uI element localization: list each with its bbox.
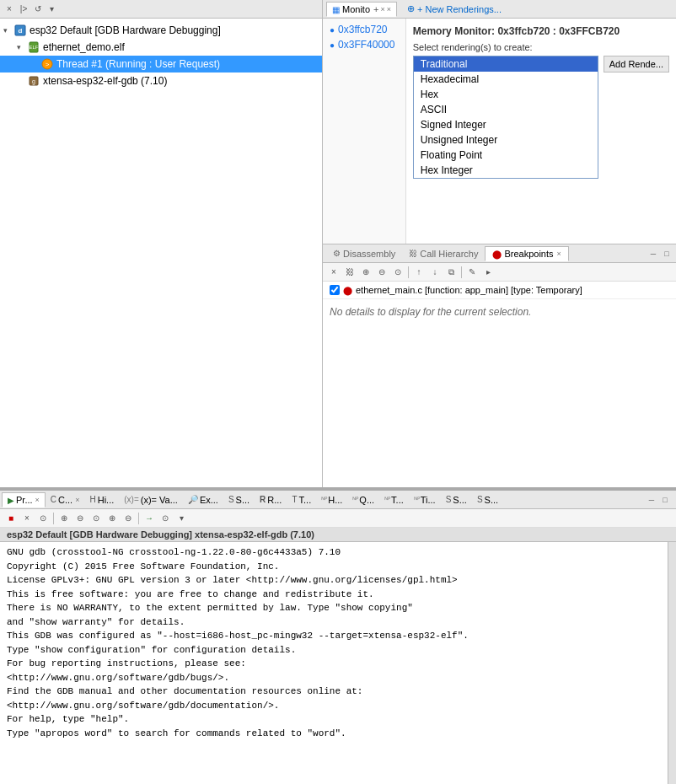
h2-label: H... [328,495,342,505]
r-icon: R [260,495,266,504]
console-tab-ex[interactable]: 🔎 Ex... [183,493,223,507]
t2-label: T... [391,495,404,505]
console-tab-pr[interactable]: ▶ Pr... × [2,492,46,507]
refresh-button[interactable]: ↺ [32,3,44,15]
ti-prefix: ᴺᴾ [414,496,420,504]
c-close[interactable]: × [75,496,79,504]
close-button[interactable]: × [3,3,15,15]
console-minimize-btn[interactable]: ─ [646,494,657,506]
console-add2-btn[interactable]: ⊕ [56,512,72,525]
add-rendering-button[interactable]: Add Rende... [604,56,669,72]
rendering-option-3[interactable]: ASCII [414,102,598,117]
console-plus3-btn[interactable]: ⊕ [105,512,120,525]
console-toolbar: ■ × ⊙ ⊕ ⊖ ⊙ ⊕ ⊖ → ⊙ ▾ [0,509,676,528]
console-sub3-btn[interactable]: ⊖ [121,512,136,525]
memory-add-icon[interactable]: + [373,4,378,14]
console-circle2-btn[interactable]: ⊙ [89,512,104,525]
console-tab-q[interactable]: ᴺᴾ Q... [347,493,379,507]
rendering-option-0[interactable]: Traditional [414,56,598,72]
s3-icon: S [477,495,483,504]
bp-toolbar-sep2 [461,266,462,278]
tree-item-gdb[interactable]: g xtensa-esp32-elf-gdb (7.10) [0,72,322,89]
memory-tab-close2[interactable]: × [387,5,391,13]
memory-address-2: 0x3FF40000 [338,39,394,51]
bp-play-btn[interactable]: ▸ [480,266,496,279]
rendering-option-2[interactable]: Hex [414,87,598,102]
tree-item-elf[interactable]: ▾ ELF ethernet_demo.elf [0,39,322,56]
rendering-option-4[interactable]: Signed Integer [414,117,598,132]
bp-edit-btn[interactable]: ✎ [464,266,480,279]
select-label: Select rendering(s) to create: [413,42,669,52]
console-stop-btn[interactable]: ■ [3,512,19,525]
s2-label: S... [453,495,467,505]
pr-close[interactable]: × [35,496,40,504]
tree-item-thread[interactable]: > Thread #1 (Running : User Request) [0,56,322,72]
memory-entry-2[interactable]: ● 0x3FF40000 [323,37,405,52]
breakpoints-icon: ⬤ [492,250,502,259]
bp-sub-btn[interactable]: ⊖ [374,266,389,279]
bp-remove-btn[interactable]: × [326,266,341,279]
console-tab-s1[interactable]: S S... [223,493,255,507]
rendering-option-1[interactable]: Hexadecimal [414,72,598,87]
rendering-option-5[interactable]: Unsigned Integer [414,132,598,148]
bottom-right-tab-bar: ⚙ Disassembly ⛓ Call Hierarchy ⬤ Breakpo… [323,244,676,263]
breakpoint-checkbox[interactable] [330,285,340,295]
console-tab-s2[interactable]: S S... [441,493,472,507]
console-tab-t2[interactable]: ᴺᴾ T... [379,493,409,507]
bp-toolbar-sep1 [408,266,409,278]
console-scrollbar[interactable] [668,542,676,784]
console-tab-r[interactable]: R R... [255,493,287,507]
console-output[interactable]: GNU gdb (crosstool-NG crosstool-ng-1.22.… [0,542,676,784]
console-clear-btn[interactable]: × [19,512,35,525]
memory-entry-1[interactable]: ● 0x3ffcb720 [323,22,405,37]
ex-icon: 🔎 [188,495,198,504]
console-tab-ti[interactable]: ᴺᴾ Ti... [409,493,441,507]
console-maximize-btn[interactable]: □ [659,494,671,506]
expand-arrow-elf[interactable]: ▾ [17,43,27,51]
tree-item-session[interactable]: ▾ d esp32 Default [GDB Hardware Debuggin… [0,22,322,39]
expand-arrow-session[interactable]: ▾ [3,26,13,35]
console-line: This GDB was configured as "--host=i686-… [7,629,669,643]
bp-add-btn[interactable]: ⊕ [358,266,373,279]
svg-text:g: g [32,78,35,85]
console-tab-t1[interactable]: T T... [287,493,316,507]
console-line: Type "show configuration" for configurat… [7,643,669,658]
tab-breakpoints[interactable]: ⬤ Breakpoints × [485,246,568,261]
console-tab-h2[interactable]: ᴺᴾ H... [316,493,347,507]
breakpoints-tab-close[interactable]: × [557,250,561,258]
c-label: C... [58,495,72,505]
tab-disassembly[interactable]: ⚙ Disassembly [326,247,402,260]
console-lock-btn[interactable]: ⊙ [35,512,51,525]
memory-tab-close-x[interactable]: × [380,5,384,13]
console-tab-hi[interactable]: H Hi... [84,493,119,507]
bp-copy-btn[interactable]: ⧉ [443,266,459,279]
breakpoint-entry-icon: ⬤ [343,286,352,295]
gdb-icon: g [27,74,40,88]
bp-chain-btn[interactable]: ⛓ [342,266,357,279]
minimize-panel-btn[interactable]: ─ [647,248,659,260]
rendering-option-7[interactable]: Hex Integer [414,163,598,178]
bp-up-btn[interactable]: ↑ [411,266,427,279]
console-tab-c[interactable]: C C... × [46,493,85,507]
console-tab-s3[interactable]: S S... [472,493,503,507]
console-circle3-btn[interactable]: ⊙ [158,512,173,525]
bp-circle-btn[interactable]: ⊙ [390,266,405,279]
breakpoint-row[interactable]: ⬤ ethernet_main.c [function: app_main] [… [326,283,673,297]
tab-call-hierarchy[interactable]: ⛓ Call Hierarchy [402,247,485,260]
console-line: <http://www.gnu.org/software/gdb/documen… [7,699,669,713]
console-sub2-btn[interactable]: ⊖ [72,512,88,525]
memory-monitor-tab[interactable]: ▦ Monito + × × [326,2,397,17]
console-dropdown-btn[interactable]: ▾ [174,512,189,525]
maximize-panel-btn[interactable]: □ [661,248,673,260]
rendering-listbox[interactable]: Traditional Hexadecimal Hex ASCII Signed… [413,56,598,179]
disassembly-label: Disassembly [343,249,395,259]
step-button[interactable]: |> [17,3,30,15]
new-renderings-btn[interactable]: ⊕ + New Renderings... [400,2,508,16]
new-renderings-icon: ⊕ [407,3,415,14]
bp-down-btn[interactable]: ↓ [427,266,443,279]
console-go-btn[interactable]: → [142,512,157,525]
memory-tab-icon: ▦ [332,5,340,14]
rendering-option-6[interactable]: Floating Point [414,148,598,163]
dropdown-button[interactable]: ▾ [46,3,57,15]
console-tab-va[interactable]: (x)= (x)= Va... [119,493,183,507]
